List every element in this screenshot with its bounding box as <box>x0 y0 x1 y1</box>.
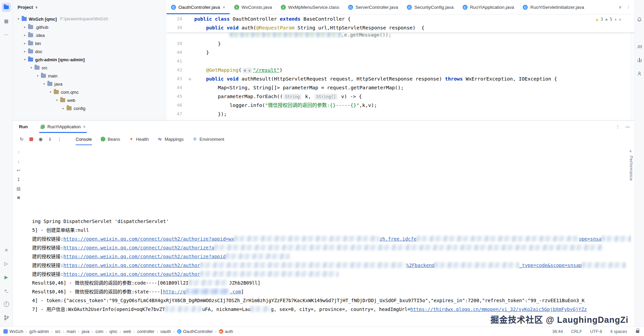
breadcrumb-item-main[interactable]: main <box>67 329 76 334</box>
maven-icon[interactable]: m <box>636 43 643 50</box>
softwrap-icon[interactable]: ↩ <box>15 167 22 173</box>
project-panel-header[interactable]: Project ∨ <box>13 0 167 14</box>
stop-icon[interactable] <box>27 135 35 143</box>
file-encoding[interactable]: UTF-8 <box>590 329 602 334</box>
tab-beans[interactable]: Beans <box>101 133 120 145</box>
more-icon[interactable]: ⋮ <box>55 135 64 143</box>
console-link[interactable]: _type=code&scope=snsap <box>519 263 581 268</box>
breadcrumb-item-com[interactable]: com <box>95 329 103 334</box>
console-link[interactable]: https://open.weixin.qq.com/connect/oauth… <box>63 236 234 242</box>
breadcrumb-item-oauth[interactable]: oauth <box>160 329 171 334</box>
tab-health[interactable]: ♥Health <box>129 133 149 145</box>
tab-environment[interactable]: ⚙Environment <box>193 133 224 145</box>
version-control-icon[interactable] <box>2 313 11 322</box>
tree-item-com.qmc[interactable]: ▾com.qmc <box>13 88 167 96</box>
console-link[interactable]: https://open.weixin.qq.com/connect/oauth… <box>63 271 200 277</box>
chevron-collapsed-icon[interactable]: ▸ <box>60 107 66 110</box>
hidden-tabs-chevron-icon[interactable]: ∨ <box>619 5 622 9</box>
chevron-expanded-icon[interactable]: ▾ <box>22 58 28 61</box>
chevron-expanded-icon[interactable]: ▾ <box>54 98 60 102</box>
thread-dump-icon[interactable]: ◉ <box>36 135 45 143</box>
breadcrumb-item-oauthcontroller[interactable]: COauthController <box>177 329 213 334</box>
tree-item-java[interactable]: ▾java <box>13 80 167 88</box>
breadcrumb-item-gzh-admin[interactable]: gzh-admin <box>29 329 49 334</box>
editor-tab-ruoyiservletinitializer.java[interactable]: CRuoYiServletInitializer.java <box>518 0 588 14</box>
scroll-end-icon[interactable]: ↧ <box>15 176 22 182</box>
breadcrumb-item-qmc[interactable]: qmc <box>109 329 118 334</box>
chevron-collapsed-icon[interactable]: ▸ <box>22 25 28 29</box>
gradle-icon[interactable] <box>636 56 643 64</box>
tree-item-.github[interactable]: ▸.github <box>13 23 167 31</box>
services-icon[interactable]: ▷ <box>2 259 11 268</box>
tab-console[interactable]: Console <box>76 133 92 145</box>
tree-item-wxgzh-qmc[interactable]: ▾WxGzh [qmc]F:\javaworkspace\WxGzh <box>13 15 167 23</box>
inspections-widget[interactable]: ▲ 3 ● 5 ∧ ∨ <box>594 16 623 22</box>
chevron-collapsed-icon[interactable]: ▸ <box>22 33 28 37</box>
chevron-expanded-icon[interactable]: ▾ <box>35 74 41 77</box>
console-link[interactable]: zh.free.idcfe <box>379 236 417 242</box>
breadcrumb-item-auth[interactable]: mauth <box>219 329 233 334</box>
chevron-expanded-icon[interactable]: ▾ <box>16 17 21 21</box>
run-options-more-icon[interactable]: ⋮ <box>616 124 620 129</box>
tree-item-gzh-admin-qmc-admin[interactable]: ▾gzh-admin [qmc-admin] <box>13 55 167 64</box>
problems-icon[interactable]: ! <box>2 299 11 309</box>
project-icon[interactable] <box>2 3 11 12</box>
chevron-expanded-icon[interactable]: ▾ <box>41 82 47 86</box>
tree-item-config[interactable]: ▸config <box>13 104 167 112</box>
minimize-icon[interactable]: — <box>625 124 630 129</box>
endpoints-icon[interactable] <box>636 70 643 77</box>
breadcrumb-item-wxgzh[interactable]: WxGzh <box>3 329 23 334</box>
more-icon[interactable]: ⋯ <box>2 30 11 39</box>
tree-item-.idea[interactable]: ▸.idea <box>13 31 167 39</box>
notifications-icon[interactable] <box>636 16 643 23</box>
tab-mappings[interactable]: ⇆Mappings <box>157 133 183 145</box>
breadcrumb-item-controller[interactable]: controller <box>137 329 154 334</box>
tree-item-doc[interactable]: ▸doc <box>13 47 167 55</box>
console-link[interactable]: ope=snsa <box>579 236 601 242</box>
console-link[interactable]: https://open.weixin.qq.com/connect/oauth… <box>63 254 225 259</box>
close-icon[interactable]: × <box>83 124 86 129</box>
endpoint-gutter-icon[interactable]: ↻ <box>185 74 194 83</box>
tree-item-main[interactable]: ▾main <box>13 72 167 80</box>
chevron-expanded-icon[interactable]: ▾ <box>48 90 53 94</box>
caret-position[interactable]: 36:44 <box>552 329 563 334</box>
prev-issue-chevron-icon[interactable]: ∧ <box>615 18 617 21</box>
console-link[interactable]: https://thirdwx.qlogo.cn/mmopen/vi_32/sy… <box>410 307 587 312</box>
rerun-icon[interactable]: ↻ <box>18 135 26 143</box>
console-link[interactable]: .com <box>230 289 241 294</box>
line-separator[interactable]: CRLF <box>571 329 582 334</box>
terminal-icon[interactable]: >_ <box>2 286 11 295</box>
console-link[interactable]: %2Fbackend <box>406 263 435 268</box>
editor-tab-wxmpmenuservice.class[interactable]: IWxMpMenuService.class <box>276 0 344 14</box>
chevron-collapsed-icon[interactable]: ▸ <box>22 50 28 53</box>
tree-item-bin[interactable]: ▸bin <box>13 39 167 47</box>
editor-tab-securityconfig.java[interactable]: CSecurityConfig.java <box>402 0 458 14</box>
tree-item-src[interactable]: ▾src <box>13 64 167 72</box>
import-icon[interactable]: ⇓ <box>46 135 54 143</box>
lock-icon[interactable] <box>636 330 639 333</box>
close-icon[interactable]: × <box>223 5 225 10</box>
down-icon[interactable]: ↓ <box>15 158 22 164</box>
chevron-expanded-icon[interactable]: ▾ <box>28 66 34 69</box>
editor-tab-oauthcontroller.java[interactable]: COauthController.java× <box>167 0 230 14</box>
bookmarks-icon[interactable]: ≡ <box>2 245 11 254</box>
breadcrumb-item-web[interactable]: web <box>123 329 131 334</box>
run-session-tab[interactable]: RuoYiApplication × <box>37 120 89 133</box>
structure-icon[interactable]: ▦ <box>2 16 11 25</box>
next-issue-chevron-icon[interactable]: ∨ <box>619 18 621 21</box>
indent-setting[interactable]: 4 spaces <box>610 329 627 334</box>
clear-icon[interactable]: ✖ <box>15 195 22 201</box>
run-icon[interactable]: ▶ <box>2 272 11 282</box>
performance-side-tab[interactable]: Performance <box>629 156 634 181</box>
console-link[interactable]: https://open.weixin.qq.com/connect/oauth… <box>63 263 200 268</box>
up-icon[interactable]: ↑ <box>15 149 22 155</box>
editor-tab-servercontroller.java[interactable]: CServerController.java <box>344 0 402 14</box>
breadcrumb-item-java[interactable]: java <box>82 329 90 334</box>
editor-tab-wxconsts.java[interactable]: IWxConsts.java <box>230 0 276 14</box>
editor[interactable]: 24public class OauthController extends B… <box>167 15 635 120</box>
console-link[interactable]: http://g <box>163 289 185 294</box>
chevron-collapsed-icon[interactable]: ▸ <box>22 42 28 45</box>
tab-options-more-icon[interactable]: ⋮ <box>626 5 630 9</box>
collapse-chevron-icon[interactable]: ∧ <box>629 149 632 153</box>
tree-item-web[interactable]: ▾web <box>13 96 167 104</box>
